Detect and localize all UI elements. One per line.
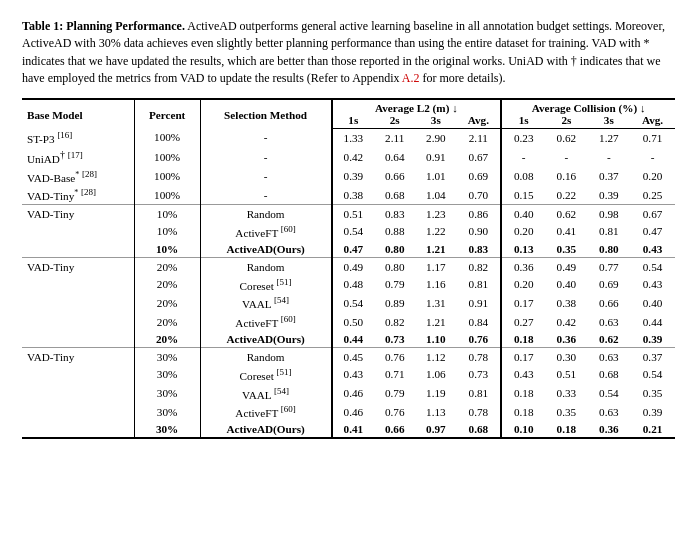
cell-collision: 0.43 bbox=[630, 275, 675, 294]
cell-percent: 100% bbox=[134, 185, 200, 204]
header-l2-1s: 1s bbox=[332, 114, 375, 129]
cell-collision: 0.18 bbox=[501, 331, 545, 348]
cell-l2: 1.13 bbox=[415, 402, 456, 421]
cell-l2: 0.43 bbox=[332, 365, 375, 384]
cell-percent: 30% bbox=[134, 365, 200, 384]
table-row: VAD-Tiny* [28]100%-0.380.681.040.700.150… bbox=[22, 185, 675, 204]
cell-l2: 0.51 bbox=[332, 205, 375, 223]
cell-l2: 0.78 bbox=[456, 402, 501, 421]
cell-l2: 0.48 bbox=[332, 275, 375, 294]
cell-l2: 0.39 bbox=[332, 167, 375, 186]
cell-base-model: VAD-Tiny bbox=[22, 257, 134, 275]
table-row: UniAD† [17]100%-0.420.640.910.67---- bbox=[22, 147, 675, 167]
cell-percent: 100% bbox=[134, 167, 200, 186]
cell-collision: 0.18 bbox=[545, 421, 587, 438]
header-l2-avg: Avg. bbox=[456, 114, 501, 129]
cell-base-model bbox=[22, 331, 134, 348]
cell-l2: 0.82 bbox=[456, 257, 501, 275]
cell-l2: 0.70 bbox=[456, 185, 501, 204]
cell-base-model: ST-P3 [16] bbox=[22, 128, 134, 147]
cell-method: Random bbox=[200, 347, 331, 365]
cell-collision: 0.16 bbox=[545, 167, 587, 186]
cell-method: - bbox=[200, 185, 331, 204]
cell-l2: 0.47 bbox=[332, 241, 375, 258]
cell-collision: - bbox=[545, 147, 587, 167]
cell-percent: 10% bbox=[134, 222, 200, 241]
cell-l2: 0.64 bbox=[374, 147, 415, 167]
cell-l2: 0.68 bbox=[456, 421, 501, 438]
appendix-link[interactable]: A.2 bbox=[402, 71, 420, 85]
cell-collision: 0.54 bbox=[588, 384, 630, 403]
cell-collision: 0.98 bbox=[588, 205, 630, 223]
cell-collision: 0.13 bbox=[501, 241, 545, 258]
cell-l2: 1.31 bbox=[415, 293, 456, 312]
cell-l2: 0.73 bbox=[456, 365, 501, 384]
cell-collision: 0.35 bbox=[545, 241, 587, 258]
cell-collision: 0.35 bbox=[545, 402, 587, 421]
cell-collision: 0.54 bbox=[630, 257, 675, 275]
header-l2-2s: 2s bbox=[374, 114, 415, 129]
cell-l2: 0.46 bbox=[332, 402, 375, 421]
cell-l2: 0.97 bbox=[415, 421, 456, 438]
cell-collision: 0.20 bbox=[630, 167, 675, 186]
cell-collision: 0.36 bbox=[501, 257, 545, 275]
cell-base-model: VAD-Tiny bbox=[22, 347, 134, 365]
cell-collision: 0.43 bbox=[630, 241, 675, 258]
cell-l2: 0.91 bbox=[456, 293, 501, 312]
cell-collision: 0.43 bbox=[501, 365, 545, 384]
cell-l2: 0.80 bbox=[374, 241, 415, 258]
cell-method: VAAL [54] bbox=[200, 293, 331, 312]
cell-l2: 2.11 bbox=[456, 128, 501, 147]
cell-collision: 0.62 bbox=[545, 128, 587, 147]
cell-base-model bbox=[22, 275, 134, 294]
cell-percent: 10% bbox=[134, 205, 200, 223]
cell-collision: 1.27 bbox=[588, 128, 630, 147]
cell-l2: 0.79 bbox=[374, 384, 415, 403]
cell-l2: 0.46 bbox=[332, 384, 375, 403]
cell-collision: 0.37 bbox=[588, 167, 630, 186]
table-row: 10%ActiveAD(Ours)0.470.801.210.830.130.3… bbox=[22, 241, 675, 258]
cell-collision: 0.18 bbox=[501, 384, 545, 403]
cell-l2: 1.22 bbox=[415, 222, 456, 241]
cell-collision: 0.62 bbox=[588, 331, 630, 348]
header-avg-collision: Average Collision (%) ↓ bbox=[501, 99, 675, 114]
header-c-2s: 2s bbox=[545, 114, 587, 129]
cell-collision: 0.40 bbox=[630, 293, 675, 312]
cell-collision: 0.68 bbox=[588, 365, 630, 384]
cell-l2: 0.89 bbox=[374, 293, 415, 312]
table-row: VAD-Base* [28]100%-0.390.661.010.690.080… bbox=[22, 167, 675, 186]
cell-percent: 100% bbox=[134, 128, 200, 147]
cell-l2: 0.82 bbox=[374, 312, 415, 331]
cell-percent: 30% bbox=[134, 402, 200, 421]
cell-l2: 0.90 bbox=[456, 222, 501, 241]
cell-l2: 0.79 bbox=[374, 275, 415, 294]
cell-collision: 0.67 bbox=[630, 205, 675, 223]
cell-l2: 1.19 bbox=[415, 384, 456, 403]
caption-text2: for more details). bbox=[419, 71, 505, 85]
cell-collision: 0.17 bbox=[501, 293, 545, 312]
cell-collision: 0.51 bbox=[545, 365, 587, 384]
cell-collision: 0.40 bbox=[545, 275, 587, 294]
cell-collision: 0.63 bbox=[588, 402, 630, 421]
cell-l2: 0.76 bbox=[374, 347, 415, 365]
cell-percent: 30% bbox=[134, 384, 200, 403]
cell-method: - bbox=[200, 167, 331, 186]
table-row: 20%Coreset [51]0.480.791.160.810.200.400… bbox=[22, 275, 675, 294]
header-selection-method: Selection Method bbox=[200, 99, 331, 129]
cell-method: ActiveAD(Ours) bbox=[200, 241, 331, 258]
table-row: VAD-Tiny30%Random0.450.761.120.780.170.3… bbox=[22, 347, 675, 365]
cell-base-model bbox=[22, 312, 134, 331]
cell-method: ActiveFT [60] bbox=[200, 222, 331, 241]
cell-l2: 0.69 bbox=[456, 167, 501, 186]
cell-percent: 10% bbox=[134, 241, 200, 258]
table-row: 30%VAAL [54]0.460.791.190.810.180.330.54… bbox=[22, 384, 675, 403]
cell-collision: 0.37 bbox=[630, 347, 675, 365]
cell-l2: 0.73 bbox=[374, 331, 415, 348]
cell-collision: 0.08 bbox=[501, 167, 545, 186]
cell-l2: 1.33 bbox=[332, 128, 375, 147]
cell-base-model bbox=[22, 222, 134, 241]
cell-l2: 2.11 bbox=[374, 128, 415, 147]
cell-l2: 0.44 bbox=[332, 331, 375, 348]
cell-l2: 1.12 bbox=[415, 347, 456, 365]
table-row: VAD-Tiny20%Random0.490.801.170.820.360.4… bbox=[22, 257, 675, 275]
